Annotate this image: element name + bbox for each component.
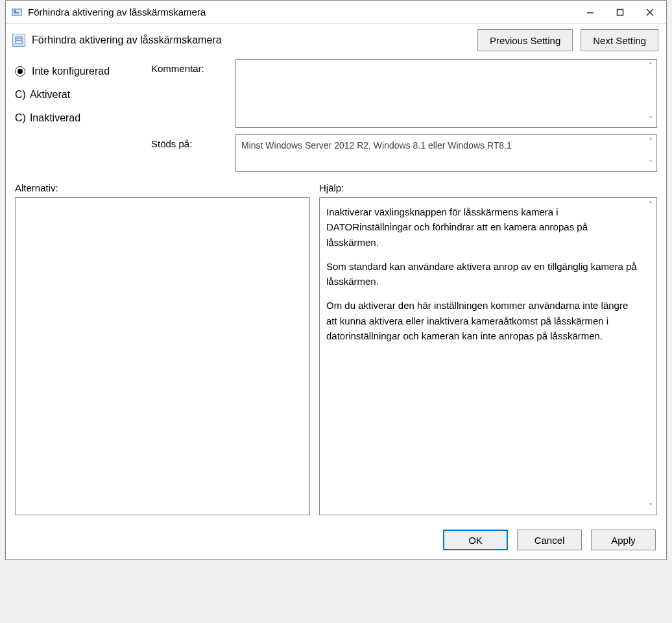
options-section: Alternativ: [15,182,310,515]
svg-rect-10 [16,40,21,42]
svg-rect-3 [14,14,19,14]
chevron-down-icon: ˅ [646,115,655,126]
maximize-button[interactable] [605,2,635,23]
radio-prefix: C) [15,89,26,101]
radio-label: Aktiverat [30,89,70,101]
title-bar: Förhindra aktivering av låsskärmskamera [6,1,666,24]
svg-rect-5 [618,9,623,15]
options-box [15,197,310,515]
radio-label: Inte konfigurerad [32,66,110,77]
upper-panel: Inte konfigurerad C) Aktiverat C) Inakti… [6,56,666,178]
chevron-up-icon: ˄ [646,136,655,147]
close-icon [646,8,654,16]
next-setting-button[interactable]: Next Setting [581,29,658,51]
radio-dot-icon [15,66,25,77]
window-title: Förhindra aktivering av låsskärmskamera [28,6,206,18]
svg-rect-1 [14,10,16,12]
policy-dialog: Förhindra aktivering av låsskärmskamera … [5,0,667,560]
svg-rect-4 [587,12,594,14]
apply-button[interactable]: Apply [591,530,656,550]
help-section: Hjälp: Inaktiverar växlingsknappen för l… [319,182,657,515]
radio-label: Inaktiverad [30,112,80,124]
help-paragraph: Som standard kan användare aktivera anro… [326,259,641,289]
close-button[interactable] [635,2,665,23]
header-row: Förhindra aktivering av låsskärmskamera … [6,24,666,56]
chevron-up-icon: ˄ [646,199,655,212]
minimize-button[interactable] [575,2,605,23]
policy-title: Förhindra aktivering av låsskärmskamera [32,34,222,46]
supported-text: Minst Windows Server 2012 R2, Windows 8.… [241,140,512,151]
maximize-icon [616,8,624,16]
comment-label: Kommentar: [151,59,229,74]
previous-setting-button[interactable]: Previous Setting [477,29,573,51]
minimize-icon [586,8,594,16]
app-icon [11,6,23,18]
chevron-down-icon: ˅ [646,159,655,170]
policy-setting-icon [12,34,25,47]
help-label: Hjälp: [319,182,657,193]
help-textbox: Inaktiverar växlingsknappen för låsskärm… [319,197,657,515]
svg-rect-9 [16,38,21,40]
cancel-button[interactable]: Cancel [517,530,582,550]
radio-enabled[interactable]: C) Aktiverat [15,89,145,101]
radio-not-configured[interactable]: Inte konfigurerad [15,66,145,77]
help-paragraph: Om du aktiverar den här inställningen ko… [326,298,641,343]
comment-textarea[interactable]: ˄ ˅ [235,59,657,128]
lower-panel: Alternativ: Hjälp: Inaktiverar växlingsk… [6,178,666,523]
chevron-up-icon: ˄ [646,61,655,72]
state-radio-group: Inte konfigurerad C) Aktiverat C) Inakti… [15,59,145,136]
supported-textbox: Minst Windows Server 2012 R2, Windows 8.… [235,134,657,172]
chevron-down-icon: ˅ [646,501,655,513]
dialog-footer: OK Cancel Apply [6,523,666,559]
help-paragraph: Inaktiverar växlingsknappen för låsskärm… [326,204,641,250]
ok-button[interactable]: OK [443,530,508,550]
options-label: Alternativ: [15,182,310,193]
radio-disabled[interactable]: C) Inaktiverad [15,112,145,124]
supported-label: Stöds på: [151,134,229,149]
svg-rect-2 [14,12,19,13]
radio-prefix: C) [15,112,26,124]
